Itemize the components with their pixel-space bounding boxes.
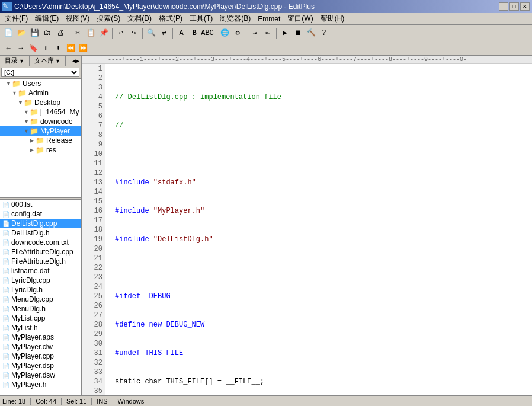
toolbar2-btn5[interactable]: ⬇	[52, 43, 64, 55]
file-item-lyricdlgh[interactable]: 📄 LyricDlg.h	[0, 285, 81, 295]
replace-button[interactable]: ⇄	[158, 27, 170, 39]
file-item-configdat[interactable]: 📄 config.dat	[0, 209, 81, 219]
copy-button[interactable]: 📋	[85, 27, 97, 39]
file-item-listnamedat[interactable]: 📄 listname.dat	[0, 266, 81, 276]
settings-button[interactable]: ⚙	[232, 27, 243, 39]
toolbar-secondary: ← → 🔖 ⬆ ⬇ ⏪ ⏩	[0, 41, 532, 56]
undo-button[interactable]: ↩	[115, 27, 127, 39]
menu-emmet[interactable]: Emmet	[254, 14, 284, 24]
file-item-fileattrdlgh[interactable]: 📄 FileAttributeDlg.h	[0, 257, 81, 266]
close-button[interactable]: ✕	[520, 2, 530, 11]
file-item-myplayercpp[interactable]: 📄 MyPlayer.cpp	[0, 351, 81, 361]
file-icon-menudlgh: 📄	[2, 306, 9, 312]
toolbar2-btn2[interactable]: →	[15, 43, 27, 55]
cut-button[interactable]: ✂	[72, 27, 84, 39]
ruler: ----+----1----+----2----+----3----+----4…	[82, 56, 532, 64]
file-item-000lst[interactable]: 📄 000.lst	[0, 200, 81, 209]
minimize-button[interactable]: ─	[499, 2, 508, 11]
paste-button[interactable]: 📌	[98, 27, 110, 39]
file-item-menudlgh[interactable]: 📄 MenuDlg.h	[0, 304, 81, 314]
line-num-10: 10	[84, 149, 102, 159]
line-num-7: 7	[84, 121, 102, 130]
new-file-button[interactable]: 📄	[2, 27, 14, 39]
tree-item-j14654[interactable]: ▼ 📁 j_14654_My	[0, 107, 81, 117]
print-button[interactable]: 🖨	[55, 27, 66, 39]
save-file-button[interactable]: 💾	[28, 27, 40, 39]
tab-directory[interactable]: 目录 ▼	[0, 56, 30, 66]
menu-help[interactable]: 帮助(H)	[317, 12, 348, 25]
tree-item-res[interactable]: ▶ 📁 res	[0, 145, 81, 155]
toolbar2-btn1[interactable]: ←	[2, 43, 14, 55]
tree-item-release[interactable]: ▶ 📁 Release	[0, 136, 81, 145]
file-item-mylistcpp[interactable]: 📄 MyList.cpp	[0, 314, 81, 323]
line-num-19: 19	[84, 235, 102, 244]
menu-browser[interactable]: 浏览器(B)	[216, 12, 254, 25]
menu-file[interactable]: 文件(F)	[1, 12, 31, 25]
line-numbers: 1 2 3 4 5 6 7 8 9 10 11 12 13 14 15 16 1…	[82, 64, 105, 395]
menu-edit[interactable]: 编辑(E)	[31, 12, 62, 25]
font-button[interactable]: A	[175, 27, 187, 39]
spell-check-button[interactable]: ABC	[201, 27, 213, 39]
toolbar2-btn4[interactable]: ⬆	[40, 43, 52, 55]
toolbar2-btn7[interactable]: ⏩	[77, 43, 89, 55]
open-file-button[interactable]: 📂	[15, 27, 27, 39]
tree-item-downcode[interactable]: ▼ 📁 downcode	[0, 117, 81, 126]
file-item-myplayeraps[interactable]: 📄 MyPlayer.aps	[0, 333, 81, 342]
file-item-dellistdlgh[interactable]: 📄 DelListDlg.h	[0, 228, 81, 238]
toolbar2-btn6[interactable]: ⏪	[65, 43, 76, 55]
build-button[interactable]: 🔨	[305, 27, 317, 39]
tree-item-myplayer[interactable]: ▼ 📁 MyPlayer	[0, 126, 81, 136]
toolbar-separator-2	[112, 28, 113, 39]
stop-button[interactable]: ⏹	[292, 27, 304, 39]
tab-textlib[interactable]: 文本库 ▼	[30, 56, 66, 66]
menu-view[interactable]: 视图(V)	[62, 12, 93, 25]
file-item-menudlgcpp[interactable]: 📄 MenuDlg.cpp	[0, 295, 81, 304]
outdent-button[interactable]: ⇤	[262, 27, 274, 39]
indent-button[interactable]: ⇥	[249, 27, 261, 39]
file-item-dellistdlgcpp[interactable]: 📄 DelListDlg.cpp	[0, 219, 81, 228]
folder-icon-release: 📁	[36, 136, 44, 145]
redo-button[interactable]: ↪	[128, 27, 140, 39]
maximize-button[interactable]: □	[509, 2, 519, 11]
menu-search[interactable]: 搜索(S)	[93, 12, 124, 25]
tree-item-admin[interactable]: ▼ 📁 Admin	[0, 88, 81, 98]
file-item-myplayerh[interactable]: 📄 MyPlayer.h	[0, 380, 81, 389]
file-item-downcodetxt[interactable]: 📄 downcode.com.txt	[0, 238, 81, 247]
file-icon-fileattrdlgcpp: 📄	[2, 249, 9, 255]
file-item-mylisth[interactable]: 📄 MyList.h	[0, 323, 81, 333]
file-item-myplayerdsw[interactable]: 📄 MyPlayer.dsw	[0, 370, 81, 380]
file-icon-listnamedat: 📄	[2, 268, 9, 274]
file-item-myplayerdsp[interactable]: 📄 MyPlayer.dsp	[0, 361, 81, 370]
left-panel: 目录 ▼ 文本库 ▼ ◀ ▶ [C:] ▼ 📁 Users	[0, 56, 82, 395]
app-icon: ✎	[2, 2, 12, 11]
save-all-button[interactable]: 🗂	[41, 27, 53, 39]
drive-select[interactable]: [C:]	[1, 68, 79, 77]
toolbar2-btn3[interactable]: 🔖	[27, 43, 39, 55]
tree-item-desktop[interactable]: ▼ 📁 Desktop	[0, 98, 81, 107]
menu-tools[interactable]: 工具(T)	[186, 12, 216, 25]
folder-icon-desktop: 📁	[24, 98, 33, 107]
bold-button[interactable]: B	[188, 27, 200, 39]
menu-window[interactable]: 窗口(W)	[284, 12, 316, 25]
line-num-20: 20	[84, 244, 102, 254]
help-button[interactable]: ?	[318, 27, 330, 39]
file-item-lyricdlgcpp[interactable]: 📄 LyricDlg.cpp	[0, 276, 81, 285]
code-editor[interactable]: // DelListDlg.cpp : implementation file …	[105, 64, 532, 395]
run-button[interactable]: ▶	[279, 27, 291, 39]
file-icon-myplayeraps: 📄	[2, 334, 9, 341]
find-button[interactable]: 🔍	[145, 27, 157, 39]
code-line-6: #include "DelListDlg.h"	[108, 235, 530, 244]
left-panel-next[interactable]: ▶	[76, 57, 79, 65]
file-item-myplayerclw[interactable]: 📄 MyPlayer.clw	[0, 342, 81, 351]
browser-button[interactable]: 🌐	[219, 27, 230, 39]
code-line-10: #undef THIS_FILE	[108, 349, 530, 358]
code-content[interactable]: 1 2 3 4 5 6 7 8 9 10 11 12 13 14 15 16 1…	[82, 64, 532, 395]
menu-document[interactable]: 文档(D)	[124, 12, 155, 25]
tree-item-users[interactable]: ▼ 📁 Users	[0, 79, 81, 88]
file-item-fileattrdlgcpp[interactable]: 📄 FileAttributeDlg.cpp	[0, 247, 81, 257]
title-bar: ✎ C:\Users\Admin\Desktop\j_14654_MyPlaye…	[0, 0, 532, 13]
line-num-2: 2	[84, 73, 102, 83]
menu-format[interactable]: 格式(P)	[155, 12, 186, 25]
expand-icon-downcode: ▼	[24, 119, 30, 124]
file-icon-fileattrdlgh: 📄	[2, 258, 9, 265]
